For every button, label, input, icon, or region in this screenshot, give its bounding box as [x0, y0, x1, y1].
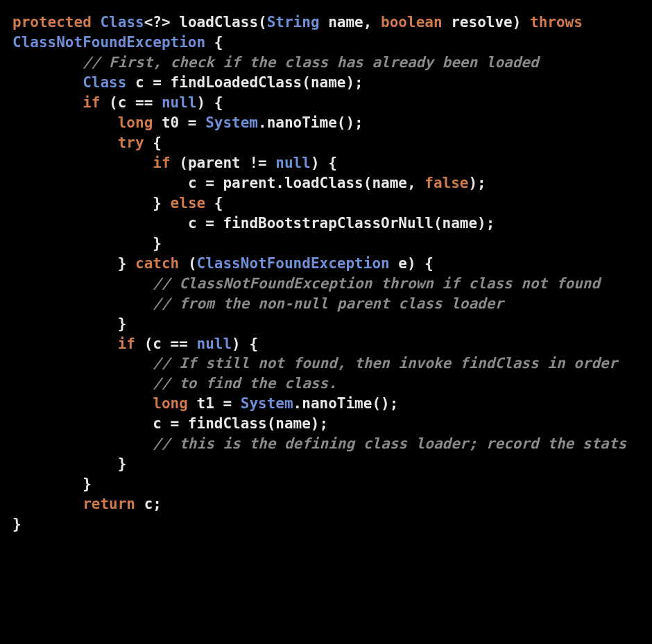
token-pln	[12, 295, 153, 312]
token-pln: c;	[135, 496, 162, 512]
token-cmt: // this is the defining class loader; re…	[153, 435, 626, 452]
token-nul: null	[197, 336, 232, 352]
token-typ: ClassNotFoundException	[197, 255, 390, 272]
token-pln: ) {	[232, 336, 258, 352]
token-pln: <?>	[144, 14, 180, 31]
token-pln	[12, 54, 83, 71]
token-pln: (c ==	[135, 336, 197, 352]
token-pln: );	[468, 175, 486, 191]
token-nul: null	[162, 94, 197, 111]
token-pln	[92, 14, 101, 31]
token-pln: (parent !=	[171, 155, 276, 171]
token-pln: c = findLoadedClass(name);	[126, 74, 363, 91]
token-kw: catch	[135, 255, 179, 272]
token-pln: ) {	[311, 155, 337, 171]
token-pln: name,	[320, 14, 381, 31]
token-kw: false	[424, 175, 468, 191]
token-pln	[12, 134, 118, 151]
token-pln: {	[205, 195, 223, 211]
token-pln: t1 =	[188, 395, 241, 412]
token-pln: }	[12, 455, 126, 472]
token-pln: {	[205, 34, 223, 51]
token-pln: }	[12, 315, 126, 332]
token-kw: if	[118, 336, 135, 352]
token-cmt: // If still not found, then invoke findC…	[153, 355, 617, 372]
token-typ: System	[205, 114, 258, 131]
token-pln	[12, 375, 153, 392]
token-pln	[12, 114, 118, 131]
token-pln	[12, 355, 153, 372]
token-kw: long	[153, 395, 188, 412]
token-kw: return	[83, 496, 135, 512]
token-typ: Class	[83, 74, 126, 91]
token-pln: (c ==	[100, 94, 162, 111]
token-pln	[12, 395, 153, 412]
token-pln: e) {	[390, 255, 434, 272]
token-pln: }	[12, 255, 135, 272]
token-cmt: // from the non-null parent class loader	[153, 295, 504, 312]
token-pln	[12, 496, 83, 512]
token-pln	[12, 435, 153, 452]
token-kw: throws	[530, 14, 583, 31]
token-pln: loadClass(	[179, 14, 266, 31]
token-pln: t0 =	[153, 114, 205, 131]
token-kw: else	[171, 195, 206, 211]
token-kw: if	[153, 155, 170, 171]
token-typ: Class	[100, 14, 144, 31]
token-kw: long	[118, 114, 153, 131]
token-cmt: // ClassNotFoundException thrown if clas…	[153, 275, 600, 292]
token-pln: }	[12, 235, 162, 252]
token-pln: }	[12, 476, 92, 492]
token-pln: c = parent.loadClass(name,	[12, 175, 424, 191]
token-pln	[12, 74, 83, 91]
token-pln	[583, 14, 592, 31]
token-kw: try	[118, 134, 144, 151]
token-cmt: // First, check if the class has already…	[83, 54, 538, 71]
token-typ: System	[241, 395, 293, 412]
code-block: protected Class<?> loadClass(String name…	[12, 12, 640, 534]
token-kw: boolean	[381, 14, 443, 31]
token-typ: ClassNotFoundException	[12, 34, 205, 51]
token-cmt: // to find the class.	[153, 375, 337, 392]
token-pln: }	[12, 195, 171, 211]
token-pln: c = findBootstrapClassOrNull(name);	[12, 215, 495, 232]
token-kw: protected	[12, 14, 92, 31]
token-pln: ) {	[197, 94, 223, 111]
token-nul: null	[275, 155, 311, 171]
token-pln: {	[144, 134, 162, 151]
token-pln: resolve)	[443, 14, 530, 31]
token-pln	[12, 155, 153, 171]
token-pln: c = findClass(name);	[12, 415, 328, 432]
token-pln	[12, 94, 83, 111]
token-kw: if	[83, 94, 100, 111]
token-pln	[12, 336, 118, 352]
token-typ: String	[267, 14, 320, 31]
token-pln: (	[179, 255, 196, 272]
token-pln	[12, 275, 153, 292]
token-pln: .nanoTime();	[258, 114, 363, 131]
token-pln: .nanoTime();	[293, 395, 399, 412]
token-pln: }	[12, 516, 22, 532]
